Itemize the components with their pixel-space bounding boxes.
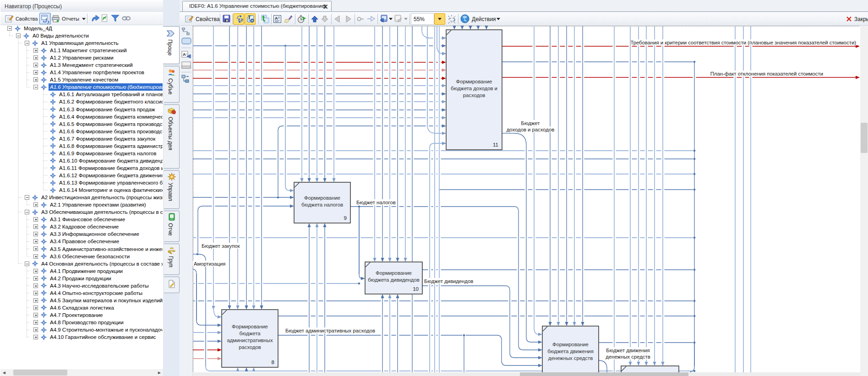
svg-text:9: 9 bbox=[344, 215, 347, 221]
svg-text:А1: А1 bbox=[238, 17, 243, 22]
svg-text:бюджета доходов и: бюджета доходов и bbox=[451, 86, 497, 91]
svg-text:10: 10 bbox=[413, 286, 419, 292]
svg-text:8: 8 bbox=[272, 360, 274, 365]
svg-text:административных: административных bbox=[227, 338, 273, 343]
svg-text:бюджета дивидендов: бюджета дивидендов bbox=[368, 277, 419, 283]
svg-text:Бюджет дивидендов: Бюджет дивидендов bbox=[424, 278, 473, 284]
svg-text:денежных средств: денежных средств bbox=[606, 354, 650, 360]
svg-text:Формирование: Формирование bbox=[376, 270, 412, 276]
svg-text:Формирование: Формирование bbox=[552, 342, 589, 347]
svg-text:Амортизация: Амортизация bbox=[194, 261, 225, 267]
svg-text:Бюджет налогов: Бюджет налогов bbox=[356, 200, 396, 205]
svg-text:бюджета налогов: бюджета налогов bbox=[301, 202, 343, 207]
svg-text:денежных средств: денежных средств bbox=[548, 355, 593, 361]
svg-text:расходов: расходов bbox=[463, 93, 486, 98]
svg-text:бюджета движения: бюджета движения bbox=[547, 349, 594, 354]
svg-text:T: T bbox=[248, 15, 251, 20]
svg-text:Формирование: Формирование bbox=[456, 79, 492, 84]
svg-text:Бюджет административных расход: Бюджет административных расходов bbox=[285, 328, 375, 333]
svg-text:Бюджет закупок: Бюджет закупок bbox=[202, 243, 240, 249]
svg-text:бюджета: бюджета bbox=[239, 331, 261, 336]
svg-text:A: A bbox=[275, 16, 278, 21]
svg-text:Формирование: Формирование bbox=[232, 324, 268, 329]
svg-text:расходов: расходов bbox=[239, 344, 261, 350]
svg-text:11: 11 bbox=[493, 142, 498, 147]
svg-text:Бюджет движения: Бюджет движения bbox=[606, 348, 650, 353]
svg-text:План-факт отклонения показател: План-факт отклонения показателей стоимос… bbox=[710, 71, 823, 76]
svg-text:Формирование: Формирование bbox=[304, 195, 340, 201]
svg-text:Требования и критерии соответс: Требования и критерии соответствия стоим… bbox=[630, 40, 856, 45]
svg-text:Бюджет: Бюджет bbox=[521, 120, 540, 126]
svg-text:доходов и расходов: доходов и расходов bbox=[507, 127, 554, 132]
svg-text:A: A bbox=[183, 52, 186, 57]
